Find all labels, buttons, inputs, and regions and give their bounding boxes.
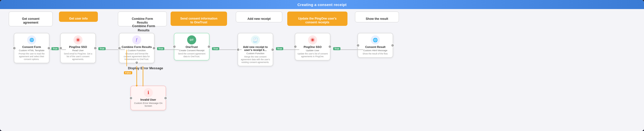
onetrust-subtitle: Create Consent Receipt [176, 49, 207, 52]
icon-invalid-user: ℹ [144, 88, 153, 97]
icon-consent-result: 🌐 [371, 35, 380, 44]
pingone2-title: PingOne SSO [297, 45, 328, 48]
combine-title: Combine Form Results [121, 45, 152, 48]
conn-left-receipt [236, 48, 240, 51]
svg-point-11 [77, 39, 79, 41]
conn-left-pingone1 [59, 46, 62, 50]
onetrust-title: OneTrust [176, 45, 207, 48]
icon-pingone-1 [74, 35, 83, 44]
icon-add-receipt: 🧾 [251, 35, 260, 44]
edge-true-6: True [333, 47, 340, 50]
pingone1-desc: Send email to PingOne. Get a list of the… [63, 52, 93, 61]
pingone2-subtitle: Update User [297, 49, 328, 52]
flow-arrows [0, 9, 644, 131]
conn-right-combine [152, 46, 156, 50]
consent-form-title: Consent Form [16, 45, 47, 48]
result-desc: Show the result of the flow. [360, 52, 391, 55]
main-canvas: Creating a consent receipt Get consent a [0, 0, 644, 131]
edge-true-5: True [276, 47, 283, 50]
top-banner: Creating a consent receipt [0, 0, 644, 9]
result-title: Consent Result [360, 45, 391, 48]
icon-consent-form: 🌐 [27, 35, 36, 44]
conn-right-invalid [164, 96, 167, 100]
addreceipt-desc: Merge the new consent agreement data wit… [240, 55, 271, 64]
combine-subtitle: Custom Function [121, 49, 152, 52]
node-combine-form[interactable]: ƒ Combine Form Results Custom Function S… [119, 33, 155, 63]
section-header-onetrust: Send consent information to OneTrust [171, 12, 227, 26]
node-consent-result[interactable]: 🌐 Consent Result Custom Html Message Sho… [357, 33, 393, 58]
section-header-userinfo: Get user info [59, 12, 98, 22]
icon-onetrust: OT [187, 35, 196, 44]
conn-right-pingone2 [328, 45, 332, 48]
conn-left-combine [118, 46, 121, 50]
conn-right-result [391, 44, 394, 47]
edge-false-1: False [124, 71, 132, 74]
group-label-combine: Combine Form Results [127, 24, 161, 33]
section-header-update: Update the PingOne user's consent receip… [287, 12, 347, 26]
invalid-subtitle: Custom Error Message On Screen [133, 102, 164, 107]
pingone2-desc: Update the user's list of consent agreem… [297, 52, 328, 58]
node-invalid-user[interactable]: ℹ Invalid User Custom Error Message On S… [130, 86, 166, 110]
node-onetrust[interactable]: OT OneTrust Create Consent Receipt Send … [174, 33, 209, 60]
conn-left-consent [13, 46, 16, 50]
pingone1-title: PingOne SSO [63, 45, 93, 48]
onetrust-desc: Send the consent agreement data to OneTr… [176, 52, 207, 58]
conn-left-onetrust [173, 45, 176, 48]
section-header-addreceipt: Add new receipt [236, 12, 282, 22]
group-label-error: Display Error Message [127, 66, 164, 71]
flow-area: Get consent agreement Get user info Comb… [0, 9, 644, 131]
edge-true-4: True [212, 47, 219, 50]
edge-true-1: True [51, 47, 59, 50]
consent-form-subtitle: Custom HTML Template [16, 49, 47, 52]
pingone1-subtitle: Read User [63, 49, 93, 52]
node-consent-form[interactable]: 🌐 Consent Form Custom HTML Template Prom… [14, 33, 49, 63]
addreceipt-subtitle: Custom Function [240, 52, 271, 55]
addreceipt-title: Add new receipt to user's receipt li... [240, 45, 271, 51]
node-add-receipt[interactable]: 🧾 Add new receipt to user's receipt li..… [238, 33, 273, 66]
result-subtitle: Custom Html Message [360, 49, 391, 52]
icon-combine: ƒ [132, 35, 141, 44]
combine-desc: Structure and format the consent agreeme… [121, 52, 152, 61]
banner-title: Creating a consent receipt [297, 3, 346, 7]
false-branch-svg [0, 9, 644, 131]
node-pingone-2[interactable]: PingOne SSO Update User Update the user'… [295, 33, 330, 60]
consent-form-desc: Prompt the user to read the agreement an… [16, 52, 47, 61]
conn-right-consent [47, 46, 51, 50]
edge-true-2: True [98, 47, 106, 50]
conn-bottom-combine [135, 61, 138, 64]
icon-pingone-2 [308, 35, 317, 44]
conn-right-pingone1 [94, 46, 97, 50]
edge-true-3: True [157, 47, 164, 50]
section-header-showresult: Show the result [355, 12, 399, 22]
invalid-title: Invalid User [133, 98, 164, 101]
conn-right-onetrust [207, 45, 211, 48]
conn-left-pingone2 [294, 45, 297, 48]
conn-right-receipt [271, 48, 274, 51]
svg-point-14 [312, 39, 313, 41]
section-header-consent: Get consent agreement [9, 12, 53, 26]
node-pingone-1[interactable]: PingOne SSO Read User Send email to Ping… [60, 33, 96, 63]
svg-text:🌐: 🌐 [30, 38, 34, 42]
conn-left-result [356, 44, 360, 47]
conn-left-invalid [129, 96, 133, 100]
